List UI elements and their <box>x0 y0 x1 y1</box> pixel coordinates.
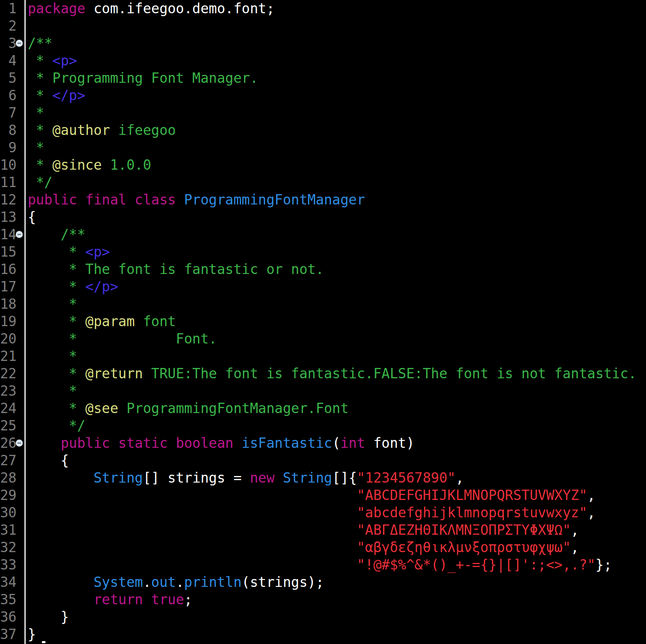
token-plain: } <box>28 626 36 642</box>
code-line: "abcdefghijklmnopqrstuvwxyz", <box>28 504 646 521</box>
line-number: 5 <box>0 70 17 87</box>
line-number: 15 <box>0 243 17 261</box>
line-number: 2 <box>0 17 17 35</box>
line-number: 16 <box>0 261 17 278</box>
code-line: * <box>28 382 646 400</box>
token-doctag: @author <box>53 122 110 138</box>
token-plain: }; <box>595 557 612 573</box>
token-keyword: public static boolean <box>60 435 241 451</box>
code-line: "ΑΒΓΔΕΖΗΘΙΚΛΜΝΞΟΠΡΣΤΥΦΧΨΩ", <box>28 521 646 539</box>
token-comment: TRUE:The font is fantastic.FALSE:The fon… <box>143 365 636 382</box>
line-number-gutter: 1234567891011121314151617181920212223242… <box>0 0 17 643</box>
cursor-artifact <box>42 641 46 643</box>
fold-collapse-icon[interactable] <box>16 440 23 447</box>
token-plain: } <box>28 609 69 625</box>
token-string: "1234567890" <box>357 470 456 486</box>
code-line: System.out.println(strings); <box>28 574 646 591</box>
token-comment: * <box>28 365 85 382</box>
code-line: public final class ProgrammingFontManage… <box>28 191 646 209</box>
token-comment: * <box>28 244 85 260</box>
code-line: * The font is fantastic or not. <box>28 261 646 278</box>
line-number: 20 <box>0 330 17 348</box>
line-number: 37 <box>0 626 17 643</box>
code-line: */ <box>28 417 646 435</box>
fold-collapse-icon[interactable] <box>16 40 23 47</box>
token-comment: */ <box>28 418 85 434</box>
token-keyword: public final class <box>28 192 184 208</box>
fold-minus-icon <box>17 442 21 444</box>
token-htmltag: <p> <box>53 53 77 69</box>
token-doctag: @param <box>85 313 135 329</box>
line-number: 29 <box>0 487 17 504</box>
token-plain: ; <box>184 591 193 608</box>
code-line: } <box>28 608 646 626</box>
code-line: /** <box>28 226 646 243</box>
token-comment: * <box>28 87 53 103</box>
token-plain: . <box>143 574 151 590</box>
line-number: 19 <box>0 313 17 330</box>
token-comment: * <box>28 105 44 121</box>
code-line: * </p> <box>28 278 646 296</box>
code-line: package com.ifeegoo.demo.font; <box>28 0 646 17</box>
token-type: String <box>283 470 332 486</box>
code-area[interactable]: package com.ifeegoo.demo.font;/** * <p> … <box>28 0 646 643</box>
line-number: 25 <box>0 417 17 435</box>
line-number: 22 <box>0 365 17 382</box>
code-line: "αβγδεζηθικλμνξοπρστυφχψω", <box>28 539 646 556</box>
token-comment: * <box>28 400 85 416</box>
token-plain: { <box>28 209 36 225</box>
token-htmltag: <p> <box>85 244 110 260</box>
line-number: 34 <box>0 574 17 591</box>
token-comment: 1.0.0 <box>102 157 151 173</box>
code-line: { <box>28 209 646 226</box>
code-line: } <box>28 626 646 643</box>
line-number: 27 <box>0 452 17 469</box>
token-string: "!@#$%^&*()_+-={}|[]':;<>,.?" <box>357 557 595 573</box>
code-line: * @param font <box>28 313 646 330</box>
token-type: System <box>94 574 143 590</box>
token-plain <box>28 487 357 503</box>
fold-collapse-icon[interactable] <box>16 231 23 238</box>
code-line: { <box>28 452 646 469</box>
line-number: 17 <box>0 278 17 296</box>
token-plain: []{ <box>332 470 357 486</box>
fold-minus-icon <box>17 43 21 44</box>
token-plain <box>28 574 94 590</box>
line-number: 12 <box>0 191 17 209</box>
token-doctag: @return <box>85 365 143 382</box>
token-htmltag: </p> <box>85 279 118 295</box>
token-plain <box>275 470 283 486</box>
code-line: * @see ProgrammingFontManager.Font <box>28 400 646 417</box>
line-number: 33 <box>0 556 17 574</box>
line-number: 3 <box>0 35 17 52</box>
token-plain: , <box>587 505 595 521</box>
token-plain <box>28 435 60 451</box>
token-comment: * Programming Font Manager. <box>28 70 258 86</box>
line-number: 28 <box>0 469 17 487</box>
token-plain <box>28 539 357 555</box>
token-plain: , <box>456 470 464 486</box>
line-number: 6 <box>0 87 17 104</box>
line-number: 9 <box>0 139 17 156</box>
token-plain <box>28 505 357 521</box>
token-type: ProgrammingFontManager <box>184 192 365 208</box>
token-keyword: new <box>250 470 275 486</box>
code-line: * Font. <box>28 330 646 348</box>
token-plain: com.ifeegoo.demo.font; <box>85 0 275 17</box>
token-comment: /** <box>28 35 53 51</box>
token-comment: * Font. <box>28 331 217 347</box>
token-plain: . <box>176 574 184 590</box>
token-keyword: package <box>28 0 85 17</box>
token-plain: (strings); <box>242 574 324 590</box>
fold-minus-icon <box>17 234 21 235</box>
line-number: 4 <box>0 52 17 70</box>
token-comment: * <box>28 313 85 329</box>
token-type: out <box>151 574 176 590</box>
code-line: * <box>28 139 646 156</box>
line-number: 30 <box>0 504 17 521</box>
line-number: 11 <box>0 174 17 191</box>
token-plain: ( <box>332 435 340 451</box>
token-doctag: @see <box>85 400 118 416</box>
token-comment: * <box>28 383 77 399</box>
code-line: */ <box>28 174 646 191</box>
